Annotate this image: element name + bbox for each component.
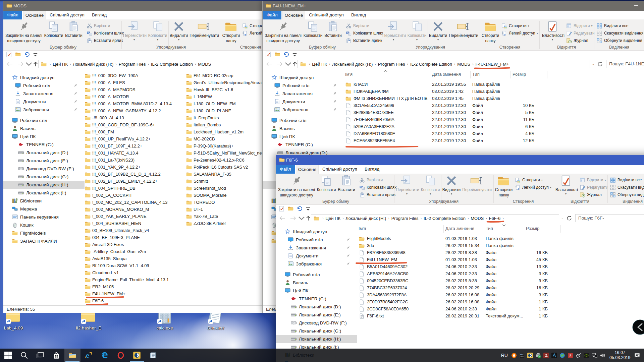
sidebar-item-tenner-c-[interactable]: TENNER (C:) bbox=[263, 140, 344, 148]
pc-icon[interactable] bbox=[285, 288, 290, 293]
new-folder-button-label[interactable]: Створити папку bbox=[481, 33, 500, 44]
file-size[interactable]: 5 КБ bbox=[508, 110, 534, 115]
task-view-icon[interactable] bbox=[37, 352, 44, 359]
file-item[interactable]: F51-MOD-RC-02sep bbox=[186, 72, 233, 79]
sidebar-item-запасні-файли[interactable]: ЗАПАСНІ ФАЙЛИ bbox=[3, 237, 85, 245]
sidebar-item-tenner-c-[interactable]: TENNER (C:) bbox=[3, 140, 85, 148]
properties-button-icon[interactable] bbox=[555, 175, 576, 186]
folder-icon[interactable] bbox=[85, 108, 91, 114]
recent-locations-button[interactable] bbox=[298, 215, 305, 221]
new-item-button-label[interactable]: Створити bbox=[522, 178, 540, 182]
sidebar-item-label[interactable]: TENNER (C:) bbox=[299, 296, 326, 301]
pictures-icon[interactable] bbox=[15, 107, 21, 112]
breadcrumb-1[interactable]: Локальний диск (H:) bbox=[72, 62, 114, 67]
folder-icon[interactable] bbox=[12, 238, 18, 244]
folder-icon[interactable] bbox=[85, 249, 91, 254]
folder-icon[interactable] bbox=[186, 143, 192, 149]
sidebar-item-робочий-стіл[interactable]: Робочий стіл bbox=[276, 236, 357, 244]
ribbon-group-separator[interactable] bbox=[480, 21, 480, 49]
paste-shortcut-button-label[interactable]: Вставити ярлик bbox=[353, 38, 382, 43]
file-date[interactable]: 01.03.2019 1:03 bbox=[445, 236, 477, 241]
sidebar-item-label[interactable]: Локальний диск (G:) bbox=[299, 328, 341, 334]
folder-icon[interactable] bbox=[85, 143, 91, 149]
folder-icon[interactable] bbox=[186, 80, 192, 85]
folder-icon[interactable] bbox=[85, 235, 91, 240]
file-name[interactable]: PolPack I16 Cutouts SAS v2 bbox=[194, 165, 248, 170]
folder-icon[interactable] bbox=[85, 228, 91, 233]
file-name[interactable]: I-180_OLD_NEW_FM bbox=[194, 101, 236, 106]
address-field[interactable]: ›Цей ПК›Локальний диск (H:)›Program File… bbox=[298, 60, 590, 68]
cut-button-label[interactable]: Вирізати bbox=[94, 23, 110, 28]
qat-new-folder-button[interactable] bbox=[15, 52, 21, 57]
file-type[interactable]: Папка файлів bbox=[472, 96, 500, 101]
shortcut-arrow-icon[interactable] bbox=[157, 319, 162, 324]
sidebar-item-локальний-диск-h-[interactable]: Локальний диск (H:) bbox=[276, 335, 357, 343]
file-item[interactable]: Aircraft 3D Fixes bbox=[85, 241, 124, 248]
file-type[interactable]: Файл bbox=[472, 124, 483, 129]
ribbon[interactable]: Закріпити на панелі швидкого доступуКопі… bbox=[263, 19, 644, 51]
move-to-button[interactable]: Перемістити▾ bbox=[382, 21, 405, 41]
pin-to-quick-access-button-icon[interactable] bbox=[264, 21, 302, 32]
file-name[interactable]: TORPEDO bbox=[194, 200, 215, 205]
new-item-button-dropdown-icon[interactable]: ▾ bbox=[528, 24, 529, 27]
tab-view[interactable]: Вигляд bbox=[88, 11, 111, 19]
sidebar-item-label[interactable]: Дисковод DVD-RW (F:) bbox=[299, 320, 347, 325]
sidebar-item-label[interactable]: FlightModels bbox=[20, 231, 46, 236]
file-item[interactable]: !!!_001_HAYATE_4.13.4 bbox=[85, 149, 138, 157]
sidebar-item-flightmodels[interactable]: FlightModels bbox=[3, 229, 85, 237]
libraries-icon[interactable] bbox=[12, 198, 18, 203]
file-icon[interactable] bbox=[359, 250, 365, 255]
folder-icon[interactable] bbox=[85, 150, 91, 156]
window-title[interactable]: MODS bbox=[13, 3, 26, 8]
dvd-icon[interactable] bbox=[291, 320, 297, 325]
desktop-icon[interactable] bbox=[274, 83, 280, 88]
folder-icon[interactable] bbox=[186, 172, 192, 177]
column-header-name[interactable]: Ім'я bbox=[359, 226, 366, 231]
breadcrumb-0[interactable]: Цей ПК bbox=[52, 62, 68, 67]
breadcrumb-separator[interactable]: › bbox=[419, 217, 423, 220]
search-icon[interactable] bbox=[20, 352, 28, 359]
sidebar-item-локальний-диск-e-[interactable]: Локальний диск (E:) bbox=[3, 157, 85, 165]
new-folder-button-label[interactable]: Створити папку bbox=[222, 33, 240, 44]
file-item[interactable]: SALAMANRA_F-35 bbox=[186, 171, 231, 178]
sidebar-item-завантаження[interactable]: Завантаження bbox=[276, 244, 357, 252]
file-item[interactable]: It_DropTanks bbox=[186, 114, 219, 121]
properties-button-label[interactable]: Властивості bbox=[555, 187, 576, 192]
file-item[interactable]: ZZDC-3B Airliner bbox=[186, 220, 226, 227]
file-item[interactable]: !!!_001_La-7(3xNS23) bbox=[85, 157, 135, 164]
cut-button[interactable]: Вирізати bbox=[359, 176, 383, 184]
copy-to-button-dropdown-icon[interactable]: ▾ bbox=[407, 39, 427, 41]
sidebar-item-label[interactable]: Завантаження bbox=[23, 91, 53, 96]
file-item[interactable]: Hawk-III_BF2C_v1.6 bbox=[186, 86, 233, 93]
select-all-button[interactable]: Виділити все bbox=[597, 22, 629, 29]
address-folder-icon[interactable] bbox=[314, 216, 319, 221]
sidebar-item-label[interactable]: Цей ПК bbox=[293, 288, 308, 293]
taskbar-button-opera[interactable] bbox=[113, 349, 129, 362]
pinned-icon[interactable] bbox=[346, 246, 350, 250]
file-name[interactable]: Cloudmod_v1 bbox=[92, 270, 119, 275]
invert-selection-button[interactable]: Обернути виділення bbox=[597, 37, 642, 44]
daemon-icon[interactable] bbox=[133, 352, 141, 359]
file-icon[interactable] bbox=[359, 278, 365, 284]
file-size[interactable]: 45 КБ bbox=[522, 257, 548, 262]
sidebar-item-label[interactable]: Кошик bbox=[20, 223, 34, 228]
copy-button-icon[interactable] bbox=[44, 21, 63, 32]
taskbar-button-start[interactable] bbox=[0, 349, 16, 362]
sidebar-item-label[interactable]: Робочий стіл bbox=[282, 83, 310, 88]
new-item-button-dropdown-icon[interactable]: ▾ bbox=[541, 179, 543, 182]
file-type[interactable]: Файл bbox=[472, 110, 483, 115]
breadcrumb-1[interactable]: Локальний диск (H:) bbox=[345, 216, 386, 221]
folder-icon[interactable] bbox=[186, 158, 192, 163]
file-item[interactable]: !!!_000_UP_RealFWs_4.12.2+ bbox=[85, 135, 151, 142]
file-item[interactable]: !!!_004_SPITFIRE_DB bbox=[85, 185, 136, 192]
sidebar-item-документи[interactable]: Документи bbox=[263, 98, 344, 106]
file-name[interactable]: !_004_SURIBASHI_HIEN bbox=[92, 221, 141, 226]
breadcrumb-separator[interactable]: › bbox=[466, 217, 470, 220]
cut-button[interactable]: Вирізати bbox=[87, 22, 110, 29]
file-size[interactable]: 6 КБ bbox=[508, 124, 534, 129]
paste-shortcut-button[interactable]: Вставити ярлик bbox=[87, 37, 123, 44]
copy-path-button[interactable]: WКопіювати шлях bbox=[87, 29, 124, 37]
sidebar-item-цей-пк[interactable]: Цей ПК bbox=[3, 132, 85, 140]
file-name[interactable]: !_002_MC_202_12_CAPITOLINA_4.13 bbox=[92, 200, 167, 205]
address-dropdown-button[interactable]: ⌄ bbox=[592, 62, 595, 66]
